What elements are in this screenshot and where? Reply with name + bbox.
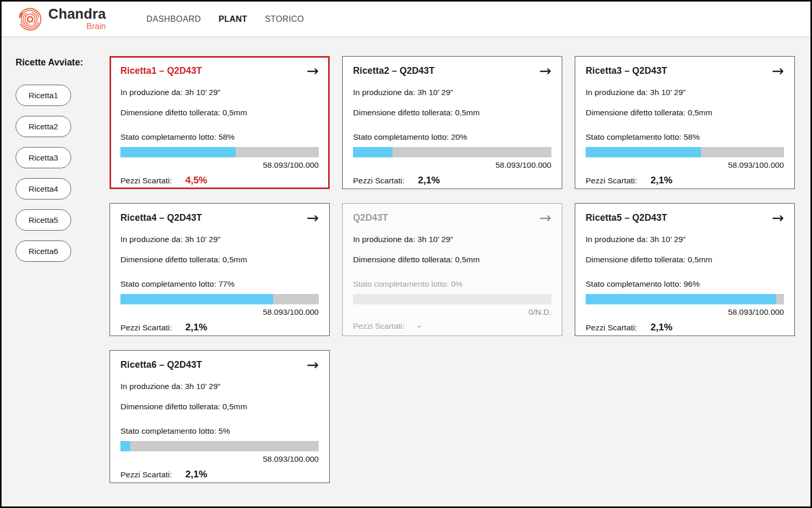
open-detail-arrow-icon[interactable]: → (539, 212, 551, 224)
completion-label: Stato completamento lotto: (353, 279, 449, 288)
scrap-label: Pezzi Scartati: (120, 323, 172, 332)
scrap-row: Pezzi Scartati: 4,5% (120, 175, 319, 186)
open-detail-arrow-icon[interactable]: → (307, 359, 319, 371)
scrap-row: Pezzi Scartati: 2,1% (586, 175, 784, 186)
lot-progress-bar (120, 294, 319, 304)
recipe-card-ricetta2[interactable]: Ricetta2 – Q2D43T → In produzione da: 3h… (342, 56, 562, 189)
lot-progress-bar (120, 147, 319, 157)
scrap-row: Pezzi Scartati: 2,1% (120, 469, 319, 480)
completion-label: Stato completamento lotto: (586, 279, 681, 288)
production-time-line: In produzione da: 3h 10’ 29” (120, 382, 319, 391)
lot-progress-fill (120, 441, 130, 451)
recipe-pill-ricetta1[interactable]: Ricetta1 (16, 85, 71, 106)
recipe-cards-grid: Ricetta1 – Q2D43T → In produzione da: 3h… (110, 56, 795, 483)
completion-line: Stato completamento lotto: 58% (586, 132, 784, 142)
scrap-value: 2,1% (418, 175, 440, 186)
card-title: Ricetta5 – Q2D43T (586, 212, 667, 223)
production-time-line: In produzione da: 3h 10’ 29” (586, 235, 784, 244)
production-time-line: In produzione da: 3h 10’ 29” (586, 88, 784, 97)
completion-line: Stato completamento lotto: 5% (120, 426, 319, 436)
open-detail-arrow-icon[interactable]: → (307, 212, 319, 224)
main-nav: DASHBOARD PLANT STORICO (146, 15, 304, 24)
lot-progress-fill (120, 147, 236, 157)
card-title: Ricetta1 – Q2D43T (120, 65, 202, 76)
completion-value: 20% (451, 132, 467, 141)
open-detail-arrow-icon[interactable]: → (772, 212, 784, 224)
card-title: Ricetta4 – Q2D43T (120, 212, 202, 223)
lot-progress-bar (586, 294, 784, 304)
completion-value: 96% (684, 279, 700, 288)
open-detail-arrow-icon[interactable]: → (307, 65, 319, 77)
lot-progress-bar (586, 147, 784, 157)
scrap-row: Pezzi Scartati: 2,1% (120, 322, 319, 333)
scrap-row: Pezzi Scartati: 2,1% (353, 175, 551, 186)
defect-tolerance-line: Dimensione difetto tollerata: 0,5mm (120, 108, 319, 117)
brand-name: Chandra (48, 7, 106, 21)
lot-progress-fill (586, 147, 701, 157)
recipe-pill-ricetta6[interactable]: Ricetta6 (16, 240, 71, 262)
card-title: Ricetta3 – Q2D43T (586, 65, 667, 76)
lot-count: 58.093/100.000 (586, 308, 784, 317)
scrap-label: Pezzi Scartati: (120, 176, 172, 185)
production-label: In produzione da: (353, 235, 415, 244)
content-area: Ricette Avviate: Ricetta1 Ricetta2 Ricet… (2, 37, 810, 483)
production-value: 3h 10’ 29” (417, 235, 453, 244)
scrap-label: Pezzi Scartati: (586, 323, 637, 332)
production-label: In produzione da: (353, 88, 415, 97)
defect-label: Dimensione difetto tollerata: (353, 108, 453, 117)
lot-progress-fill (586, 294, 776, 304)
production-value: 3h 10’ 29” (185, 235, 220, 244)
brand-logo: Chandra Brain (16, 5, 106, 33)
defect-tolerance-line: Dimensione difetto tollerata: 0,5mm (586, 108, 784, 117)
completion-value: 58% (684, 132, 700, 141)
card-title: Ricetta6 – Q2D43T (120, 359, 202, 370)
chandra-spiral-icon (16, 5, 44, 33)
completion-value: 58% (219, 132, 235, 141)
production-label: In produzione da: (120, 382, 183, 391)
nav-dashboard[interactable]: DASHBOARD (146, 15, 201, 24)
production-time-line: In produzione da: 3h 10’ 29” (353, 88, 551, 97)
recipe-card-idle[interactable]: Q2D43T → In produzione da: 3h 10’ 29” Di… (342, 203, 562, 336)
lot-progress-bar (120, 441, 319, 451)
recipe-pill-ricetta3[interactable]: Ricetta3 (16, 147, 71, 168)
scrap-label: Pezzi Scartati: (353, 176, 404, 185)
completion-label: Stato completamento lotto: (120, 279, 216, 288)
defect-value: 0,5mm (687, 255, 712, 264)
defect-value: 0,5mm (687, 108, 712, 117)
recipes-sidebar: Ricette Avviate: Ricetta1 Ricetta2 Ricet… (2, 37, 109, 262)
lot-count: 58.093/100.000 (120, 161, 319, 170)
defect-value: 0,5mm (222, 402, 247, 411)
scrap-value: 2,1% (651, 322, 672, 333)
recipe-pill-ricetta5[interactable]: Ricetta5 (16, 209, 71, 231)
production-label: In produzione da: (586, 235, 648, 244)
production-value: 3h 10’ 29” (185, 382, 220, 391)
recipe-card-ricetta1[interactable]: Ricetta1 – Q2D43T → In produzione da: 3h… (110, 56, 330, 189)
recipe-pill-ricetta2[interactable]: Ricetta2 (16, 116, 71, 137)
scrap-value: 2,1% (651, 175, 672, 186)
open-detail-arrow-icon[interactable]: → (539, 65, 551, 77)
recipe-card-ricetta6[interactable]: Ricetta6 – Q2D43T → In produzione da: 3h… (110, 350, 330, 483)
lot-progress-fill (120, 294, 273, 304)
defect-tolerance-line: Dimensione difetto tollerata: 0,5mm (120, 255, 319, 264)
production-value: 3h 10’ 29” (650, 88, 685, 97)
recipe-card-ricetta3[interactable]: Ricetta3 – Q2D43T → In produzione da: 3h… (575, 56, 795, 189)
defect-label: Dimensione difetto tollerata: (586, 255, 685, 264)
completion-value: 5% (219, 426, 230, 435)
defect-label: Dimensione difetto tollerata: (120, 108, 220, 117)
defect-tolerance-line: Dimensione difetto tollerata: 0,5mm (586, 255, 784, 264)
nav-storico[interactable]: STORICO (265, 15, 304, 24)
lot-count: 58.093/100.000 (586, 161, 784, 170)
lot-count: 58.093/100.000 (120, 454, 319, 464)
card-title: Ricetta2 – Q2D43T (353, 65, 435, 76)
open-detail-arrow-icon[interactable]: → (772, 65, 784, 77)
recipe-pill-ricetta4[interactable]: Ricetta4 (16, 178, 71, 199)
lot-count: 58.093/100.000 (353, 161, 551, 170)
completion-label: Stato completamento lotto: (353, 132, 449, 141)
nav-plant[interactable]: PLANT (219, 15, 247, 24)
card-title: Q2D43T (353, 212, 388, 223)
defect-label: Dimensione difetto tollerata: (586, 108, 685, 117)
scrap-row: Pezzi Scartati: - (353, 322, 551, 331)
recipe-card-ricetta4[interactable]: Ricetta4 – Q2D43T → In produzione da: 3h… (110, 203, 330, 336)
recipe-card-ricetta5[interactable]: Ricetta5 – Q2D43T → In produzione da: 3h… (575, 203, 795, 336)
production-value: 3h 10’ 29” (185, 88, 220, 97)
